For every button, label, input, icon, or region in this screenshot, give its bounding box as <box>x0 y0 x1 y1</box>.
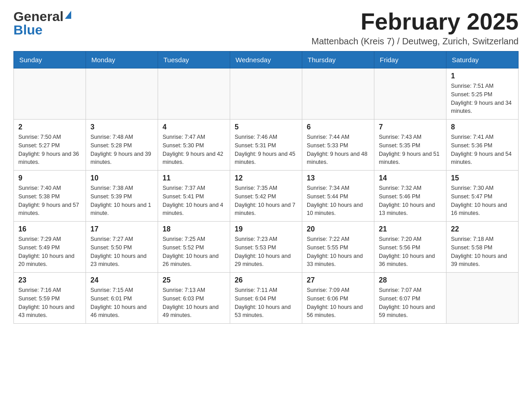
calendar-cell <box>230 68 302 120</box>
weekday-header-monday: Monday <box>86 51 158 68</box>
weekday-header-row: SundayMondayTuesdayWednesdayThursdayFrid… <box>14 51 519 68</box>
day-number: 23 <box>18 276 81 284</box>
day-number: 2 <box>18 123 81 131</box>
calendar-cell: 12Sunrise: 7:35 AMSunset: 5:42 PMDayligh… <box>230 171 302 222</box>
calendar-cell: 28Sunrise: 7:07 AMSunset: 6:07 PMDayligh… <box>374 273 446 324</box>
day-info: Sunrise: 7:18 AMSunset: 5:58 PMDaylight:… <box>451 235 514 269</box>
day-info: Sunrise: 7:07 AMSunset: 6:07 PMDaylight:… <box>379 286 442 320</box>
day-number: 10 <box>90 174 153 182</box>
day-number: 16 <box>18 225 81 233</box>
day-info: Sunrise: 7:34 AMSunset: 5:44 PMDaylight:… <box>307 184 369 218</box>
calendar-cell <box>374 68 446 120</box>
day-number: 17 <box>90 225 153 233</box>
day-number: 14 <box>379 174 442 182</box>
calendar-cell: 10Sunrise: 7:38 AMSunset: 5:39 PMDayligh… <box>86 171 158 222</box>
day-number: 9 <box>18 174 81 182</box>
day-info: Sunrise: 7:43 AMSunset: 5:35 PMDaylight:… <box>379 133 442 167</box>
calendar-cell: 9Sunrise: 7:40 AMSunset: 5:38 PMDaylight… <box>14 171 86 222</box>
day-info: Sunrise: 7:32 AMSunset: 5:46 PMDaylight:… <box>379 184 442 218</box>
weekday-header-saturday: Saturday <box>446 51 519 68</box>
day-info: Sunrise: 7:09 AMSunset: 6:06 PMDaylight:… <box>307 286 369 320</box>
calendar-cell: 21Sunrise: 7:20 AMSunset: 5:56 PMDayligh… <box>374 222 446 273</box>
day-info: Sunrise: 7:22 AMSunset: 5:55 PMDaylight:… <box>307 235 369 269</box>
calendar-cell <box>302 68 374 120</box>
logo-arrow-icon <box>65 11 71 19</box>
day-number: 15 <box>451 174 514 182</box>
weekday-header-tuesday: Tuesday <box>158 51 230 68</box>
calendar-cell: 20Sunrise: 7:22 AMSunset: 5:55 PMDayligh… <box>302 222 374 273</box>
calendar-cell: 1Sunrise: 7:51 AMSunset: 5:25 PMDaylight… <box>446 68 519 120</box>
day-info: Sunrise: 7:50 AMSunset: 5:27 PMDaylight:… <box>18 133 81 167</box>
day-number: 26 <box>235 276 297 284</box>
day-number: 13 <box>307 174 369 182</box>
calendar-cell: 4Sunrise: 7:47 AMSunset: 5:30 PMDaylight… <box>158 120 230 171</box>
calendar-cell: 14Sunrise: 7:32 AMSunset: 5:46 PMDayligh… <box>374 171 446 222</box>
calendar-cell: 7Sunrise: 7:43 AMSunset: 5:35 PMDaylight… <box>374 120 446 171</box>
day-info: Sunrise: 7:35 AMSunset: 5:42 PMDaylight:… <box>235 184 297 218</box>
day-info: Sunrise: 7:25 AMSunset: 5:52 PMDaylight:… <box>163 235 225 269</box>
logo-general-text: General <box>13 9 64 24</box>
day-info: Sunrise: 7:51 AMSunset: 5:25 PMDaylight:… <box>451 82 514 116</box>
calendar-week-1: 1Sunrise: 7:51 AMSunset: 5:25 PMDaylight… <box>14 68 519 120</box>
logo-blue-text: Blue <box>13 22 43 38</box>
calendar-cell: 6Sunrise: 7:44 AMSunset: 5:33 PMDaylight… <box>302 120 374 171</box>
calendar-cell: 18Sunrise: 7:25 AMSunset: 5:52 PMDayligh… <box>158 222 230 273</box>
day-info: Sunrise: 7:47 AMSunset: 5:30 PMDaylight:… <box>163 133 225 167</box>
calendar-table: SundayMondayTuesdayWednesdayThursdayFrid… <box>13 51 519 324</box>
calendar-cell <box>158 68 230 120</box>
day-info: Sunrise: 7:46 AMSunset: 5:31 PMDaylight:… <box>235 133 297 167</box>
weekday-header-wednesday: Wednesday <box>230 51 302 68</box>
day-number: 6 <box>307 123 369 131</box>
day-info: Sunrise: 7:20 AMSunset: 5:56 PMDaylight:… <box>379 235 442 269</box>
day-info: Sunrise: 7:44 AMSunset: 5:33 PMDaylight:… <box>307 133 369 167</box>
calendar-cell: 17Sunrise: 7:27 AMSunset: 5:50 PMDayligh… <box>86 222 158 273</box>
calendar-week-2: 2Sunrise: 7:50 AMSunset: 5:27 PMDaylight… <box>14 120 519 171</box>
day-number: 27 <box>307 276 369 284</box>
day-info: Sunrise: 7:38 AMSunset: 5:39 PMDaylight:… <box>90 184 153 218</box>
month-title: February 2025 <box>312 9 519 34</box>
weekday-header-thursday: Thursday <box>302 51 374 68</box>
title-section: February 2025 Mattenbach (Kreis 7) / Deu… <box>312 9 519 47</box>
day-number: 21 <box>379 225 442 233</box>
day-info: Sunrise: 7:27 AMSunset: 5:50 PMDaylight:… <box>90 235 153 269</box>
calendar-cell: 15Sunrise: 7:30 AMSunset: 5:47 PMDayligh… <box>446 171 519 222</box>
day-info: Sunrise: 7:11 AMSunset: 6:04 PMDaylight:… <box>235 286 297 320</box>
calendar-cell: 11Sunrise: 7:37 AMSunset: 5:41 PMDayligh… <box>158 171 230 222</box>
weekday-header-sunday: Sunday <box>14 51 86 68</box>
day-info: Sunrise: 7:48 AMSunset: 5:28 PMDaylight:… <box>90 133 153 167</box>
day-info: Sunrise: 7:23 AMSunset: 5:53 PMDaylight:… <box>235 235 297 269</box>
day-info: Sunrise: 7:15 AMSunset: 6:01 PMDaylight:… <box>90 286 153 320</box>
calendar-week-5: 23Sunrise: 7:16 AMSunset: 5:59 PMDayligh… <box>14 273 519 324</box>
calendar-cell: 2Sunrise: 7:50 AMSunset: 5:27 PMDaylight… <box>14 120 86 171</box>
calendar-cell: 23Sunrise: 7:16 AMSunset: 5:59 PMDayligh… <box>14 273 86 324</box>
day-info: Sunrise: 7:16 AMSunset: 5:59 PMDaylight:… <box>18 286 81 320</box>
day-number: 22 <box>451 225 514 233</box>
day-info: Sunrise: 7:29 AMSunset: 5:49 PMDaylight:… <box>18 235 81 269</box>
calendar-cell: 3Sunrise: 7:48 AMSunset: 5:28 PMDaylight… <box>86 120 158 171</box>
calendar-cell <box>14 68 86 120</box>
day-number: 11 <box>163 174 225 182</box>
calendar-cell: 16Sunrise: 7:29 AMSunset: 5:49 PMDayligh… <box>14 222 86 273</box>
day-number: 25 <box>163 276 225 284</box>
day-info: Sunrise: 7:30 AMSunset: 5:47 PMDaylight:… <box>451 184 514 218</box>
calendar-cell <box>446 273 519 324</box>
day-number: 3 <box>90 123 153 131</box>
day-number: 8 <box>451 123 514 131</box>
calendar-week-3: 9Sunrise: 7:40 AMSunset: 5:38 PMDaylight… <box>14 171 519 222</box>
calendar-cell: 13Sunrise: 7:34 AMSunset: 5:44 PMDayligh… <box>302 171 374 222</box>
calendar-cell: 22Sunrise: 7:18 AMSunset: 5:58 PMDayligh… <box>446 222 519 273</box>
location-title: Mattenbach (Kreis 7) / Deutweg, Zurich, … <box>312 36 519 47</box>
calendar-cell: 5Sunrise: 7:46 AMSunset: 5:31 PMDaylight… <box>230 120 302 171</box>
day-info: Sunrise: 7:40 AMSunset: 5:38 PMDaylight:… <box>18 184 81 218</box>
logo: General Blue <box>13 9 71 38</box>
calendar-cell: 24Sunrise: 7:15 AMSunset: 6:01 PMDayligh… <box>86 273 158 324</box>
weekday-header-friday: Friday <box>374 51 446 68</box>
day-number: 1 <box>451 72 514 80</box>
day-number: 5 <box>235 123 297 131</box>
calendar-cell: 27Sunrise: 7:09 AMSunset: 6:06 PMDayligh… <box>302 273 374 324</box>
day-number: 28 <box>379 276 442 284</box>
day-number: 19 <box>235 225 297 233</box>
calendar-cell: 8Sunrise: 7:41 AMSunset: 5:36 PMDaylight… <box>446 120 519 171</box>
day-number: 18 <box>163 225 225 233</box>
day-number: 4 <box>163 123 225 131</box>
